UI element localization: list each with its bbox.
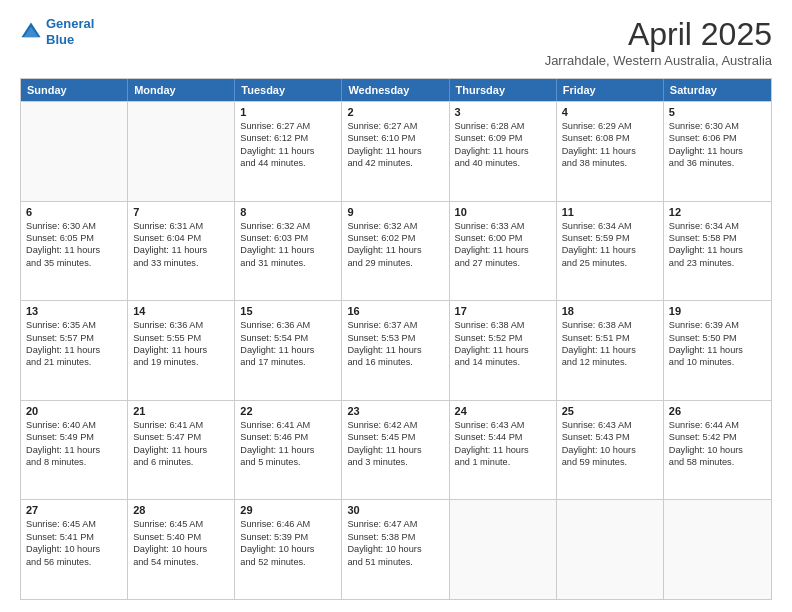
cell-line: Sunset: 5:58 PM [669, 232, 766, 244]
cal-cell-empty-4-4 [450, 500, 557, 599]
cell-line: and 58 minutes. [669, 456, 766, 468]
cal-cell-1: 1Sunrise: 6:27 AMSunset: 6:12 PMDaylight… [235, 102, 342, 201]
day-number: 15 [240, 305, 336, 317]
day-number: 26 [669, 405, 766, 417]
cell-line: and 40 minutes. [455, 157, 551, 169]
cell-line: Sunrise: 6:46 AM [240, 518, 336, 530]
cal-row-3: 20Sunrise: 6:40 AMSunset: 5:49 PMDayligh… [21, 400, 771, 500]
cell-line: Sunrise: 6:30 AM [26, 220, 122, 232]
cal-cell-26: 26Sunrise: 6:44 AMSunset: 5:42 PMDayligh… [664, 401, 771, 500]
cell-line: Sunrise: 6:28 AM [455, 120, 551, 132]
cell-line: Daylight: 11 hours [562, 145, 658, 157]
cal-cell-2: 2Sunrise: 6:27 AMSunset: 6:10 PMDaylight… [342, 102, 449, 201]
day-number: 4 [562, 106, 658, 118]
cell-line: Daylight: 11 hours [347, 344, 443, 356]
cell-line: Sunrise: 6:44 AM [669, 419, 766, 431]
day-number: 24 [455, 405, 551, 417]
cell-line: Sunset: 6:12 PM [240, 132, 336, 144]
cell-line: Sunrise: 6:34 AM [669, 220, 766, 232]
cell-line: and 29 minutes. [347, 257, 443, 269]
cal-cell-30: 30Sunrise: 6:47 AMSunset: 5:38 PMDayligh… [342, 500, 449, 599]
header-cell-friday: Friday [557, 79, 664, 101]
cal-row-0: 1Sunrise: 6:27 AMSunset: 6:12 PMDaylight… [21, 101, 771, 201]
day-number: 21 [133, 405, 229, 417]
day-number: 1 [240, 106, 336, 118]
cell-line: Sunrise: 6:27 AM [240, 120, 336, 132]
cal-cell-7: 7Sunrise: 6:31 AMSunset: 6:04 PMDaylight… [128, 202, 235, 301]
cell-line: Sunrise: 6:43 AM [562, 419, 658, 431]
day-number: 20 [26, 405, 122, 417]
cell-line: and 3 minutes. [347, 456, 443, 468]
cell-line: Daylight: 11 hours [240, 145, 336, 157]
cell-line: Sunrise: 6:45 AM [133, 518, 229, 530]
calendar: SundayMondayTuesdayWednesdayThursdayFrid… [20, 78, 772, 600]
cell-line: Sunrise: 6:32 AM [240, 220, 336, 232]
cell-line: Sunset: 5:45 PM [347, 431, 443, 443]
cell-line: Daylight: 11 hours [669, 145, 766, 157]
cal-cell-14: 14Sunrise: 6:36 AMSunset: 5:55 PMDayligh… [128, 301, 235, 400]
day-number: 23 [347, 405, 443, 417]
cell-line: and 56 minutes. [26, 556, 122, 568]
day-number: 25 [562, 405, 658, 417]
cell-line: and 59 minutes. [562, 456, 658, 468]
logo-line2: Blue [46, 32, 74, 47]
cell-line: Sunset: 5:46 PM [240, 431, 336, 443]
cal-row-1: 6Sunrise: 6:30 AMSunset: 6:05 PMDaylight… [21, 201, 771, 301]
cal-cell-9: 9Sunrise: 6:32 AMSunset: 6:02 PMDaylight… [342, 202, 449, 301]
cell-line: and 19 minutes. [133, 356, 229, 368]
cell-line: Sunset: 5:59 PM [562, 232, 658, 244]
cell-line: Sunrise: 6:34 AM [562, 220, 658, 232]
cal-cell-12: 12Sunrise: 6:34 AMSunset: 5:58 PMDayligh… [664, 202, 771, 301]
cell-line: Sunset: 6:08 PM [562, 132, 658, 144]
calendar-body: 1Sunrise: 6:27 AMSunset: 6:12 PMDaylight… [21, 101, 771, 599]
title-block: April 2025 Jarrahdale, Western Australia… [545, 16, 772, 68]
cell-line: Sunset: 5:40 PM [133, 531, 229, 543]
cell-line: and 36 minutes. [669, 157, 766, 169]
day-number: 7 [133, 206, 229, 218]
cal-cell-13: 13Sunrise: 6:35 AMSunset: 5:57 PMDayligh… [21, 301, 128, 400]
cell-line: Daylight: 11 hours [240, 344, 336, 356]
cell-line: Daylight: 11 hours [133, 344, 229, 356]
day-number: 28 [133, 504, 229, 516]
cell-line: and 1 minute. [455, 456, 551, 468]
cell-line: Sunset: 5:49 PM [26, 431, 122, 443]
cal-cell-15: 15Sunrise: 6:36 AMSunset: 5:54 PMDayligh… [235, 301, 342, 400]
cell-line: and 38 minutes. [562, 157, 658, 169]
cell-line: Daylight: 10 hours [562, 444, 658, 456]
cell-line: Sunrise: 6:42 AM [347, 419, 443, 431]
cell-line: and 54 minutes. [133, 556, 229, 568]
cell-line: and 10 minutes. [669, 356, 766, 368]
cell-line: Sunset: 6:00 PM [455, 232, 551, 244]
day-number: 19 [669, 305, 766, 317]
cell-line: Sunset: 6:04 PM [133, 232, 229, 244]
day-number: 29 [240, 504, 336, 516]
day-number: 22 [240, 405, 336, 417]
cell-line: Sunrise: 6:41 AM [133, 419, 229, 431]
cell-line: Sunrise: 6:43 AM [455, 419, 551, 431]
day-number: 3 [455, 106, 551, 118]
logo-icon [20, 21, 42, 43]
cell-line: and 5 minutes. [240, 456, 336, 468]
cell-line: Sunset: 5:50 PM [669, 332, 766, 344]
location: Jarrahdale, Western Australia, Australia [545, 53, 772, 68]
day-number: 5 [669, 106, 766, 118]
cell-line: Sunset: 5:52 PM [455, 332, 551, 344]
day-number: 12 [669, 206, 766, 218]
cal-cell-24: 24Sunrise: 6:43 AMSunset: 5:44 PMDayligh… [450, 401, 557, 500]
cell-line: Sunrise: 6:38 AM [455, 319, 551, 331]
cal-cell-19: 19Sunrise: 6:39 AMSunset: 5:50 PMDayligh… [664, 301, 771, 400]
header-cell-wednesday: Wednesday [342, 79, 449, 101]
cell-line: Sunset: 5:53 PM [347, 332, 443, 344]
cell-line: Sunset: 5:39 PM [240, 531, 336, 543]
cell-line: and 35 minutes. [26, 257, 122, 269]
cell-line: Sunrise: 6:30 AM [669, 120, 766, 132]
header-cell-sunday: Sunday [21, 79, 128, 101]
cell-line: Sunset: 6:02 PM [347, 232, 443, 244]
month-title: April 2025 [545, 16, 772, 53]
day-number: 27 [26, 504, 122, 516]
header-cell-saturday: Saturday [664, 79, 771, 101]
cell-line: Sunrise: 6:35 AM [26, 319, 122, 331]
day-number: 10 [455, 206, 551, 218]
cell-line: Sunset: 6:09 PM [455, 132, 551, 144]
logo-text: General Blue [46, 16, 94, 47]
